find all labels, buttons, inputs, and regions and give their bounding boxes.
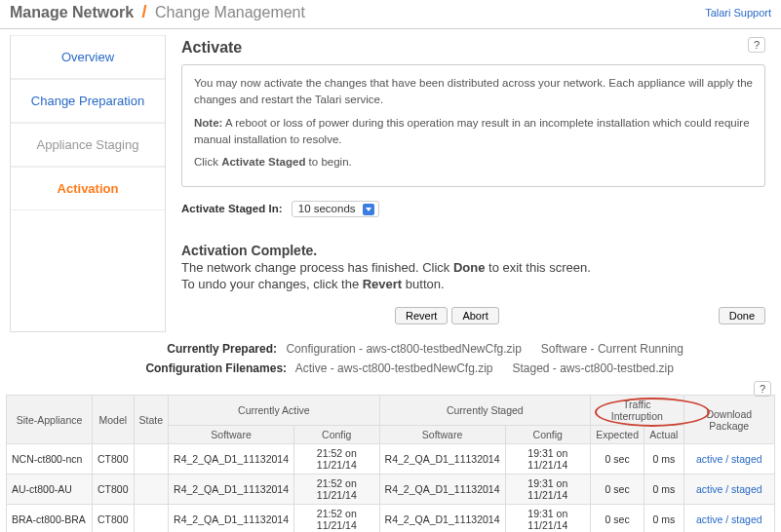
button-row: Revert Abort Done — [181, 303, 765, 332]
table-row: BRA-ct800-BRACT800R4_2_QA_D1_1113201421:… — [7, 505, 775, 532]
prepared-label: Currently Prepared: — [98, 342, 283, 356]
cell-staged-sw: R4_2_QA_D1_11132014 — [379, 444, 505, 475]
prepared-config: Configuration - aws-ct800-testbedNewCfg.… — [286, 342, 521, 356]
info-box: You may now activate the changes that ha… — [181, 64, 765, 187]
cell-active-sw: R4_2_QA_D1_11132014 — [169, 444, 294, 475]
download-link[interactable]: active / staged — [683, 444, 774, 475]
info-note: Note: A reboot or loss of power during t… — [194, 115, 753, 149]
tab-change-preparation[interactable]: Change Preparation — [11, 79, 165, 123]
done-button[interactable]: Done — [719, 307, 765, 324]
th-active-software[interactable]: Software — [169, 426, 294, 444]
status-block: Activation Complete. The network change … — [181, 243, 765, 291]
cell-actual: 0 ms — [644, 444, 683, 475]
filenames-active: Active - aws-ct800-testbedNewCfg.zip — [295, 361, 493, 375]
table-help-button[interactable]: ? — [754, 381, 771, 397]
cell-active-sw: R4_2_QA_D1_11132014 — [169, 505, 294, 532]
download-link[interactable]: active / staged — [683, 505, 774, 532]
cell-active-cfg: 21:52 on 11/21/14 — [294, 444, 380, 475]
content-pane: ? Activate You may now activate the chan… — [166, 29, 781, 332]
info-note-text: A reboot or loss of power during this op… — [194, 117, 750, 145]
prepared-software: Software - Current Running — [541, 342, 683, 356]
appliance-table-wrap: ? Site-Appliance Model State Currently A… — [0, 395, 781, 532]
cell-model: CT800 — [93, 475, 135, 505]
th-expected[interactable]: Expected — [591, 426, 644, 444]
activate-timer-select[interactable]: 10 seconds — [292, 201, 379, 217]
breadcrumb-root[interactable]: Manage Network — [10, 4, 134, 20]
th-staged-software[interactable]: Software — [379, 426, 505, 444]
cell-state — [134, 505, 169, 532]
activate-timer-label: Activate Staged In: — [181, 203, 283, 214]
download-link[interactable]: active / staged — [683, 475, 774, 505]
tab-overview[interactable]: Overview — [11, 35, 165, 79]
breadcrumb-current: Change Management — [155, 4, 305, 20]
top-bar: Manage Network / Change Management Talar… — [0, 0, 781, 29]
cell-expected: 0 sec — [591, 475, 644, 505]
abort-button[interactable]: Abort — [451, 307, 498, 324]
cell-staged-cfg: 19:31 on 11/21/14 — [505, 475, 591, 505]
cell-actual: 0 ms — [644, 505, 683, 532]
th-download[interactable]: Download Package — [683, 396, 774, 444]
cell-model: CT800 — [93, 505, 135, 532]
th-site[interactable]: Site-Appliance — [7, 396, 93, 444]
cell-staged-cfg: 19:31 on 11/21/14 — [505, 505, 591, 532]
cell-state — [134, 475, 169, 505]
cell-staged-sw: R4_2_QA_D1_11132014 — [379, 505, 505, 532]
status-line-1: The network change process has finished.… — [181, 260, 765, 275]
th-active-config[interactable]: Config — [294, 426, 380, 444]
sidebar: Overview Change Preparation Appliance St… — [10, 35, 166, 332]
cell-actual: 0 ms — [644, 475, 683, 505]
meta-info: Currently Prepared: Configuration - aws-… — [0, 332, 781, 395]
appliance-table: Site-Appliance Model State Currently Act… — [6, 395, 775, 532]
filenames-label: Configuration Filenames: — [107, 361, 293, 375]
cell-site: NCN-ct800-ncn — [7, 444, 93, 475]
chevron-down-icon — [363, 204, 374, 215]
page-title: Activate — [181, 39, 765, 57]
info-note-label: Note: — [194, 117, 222, 129]
cell-model: CT800 — [93, 444, 135, 475]
help-button[interactable]: ? — [748, 37, 765, 53]
breadcrumb: Manage Network / Change Management — [10, 2, 305, 22]
support-link[interactable]: Talari Support — [705, 7, 771, 19]
th-actual[interactable]: Actual — [644, 426, 683, 444]
cell-expected: 0 sec — [591, 444, 644, 475]
info-text-3: Click Activate Staged to begin. — [194, 154, 753, 171]
status-line-2: To undo your changes, click the Revert b… — [181, 277, 765, 291]
activate-timer-row: Activate Staged In: 10 seconds — [181, 201, 765, 217]
cell-staged-sw: R4_2_QA_D1_11132014 — [379, 475, 505, 505]
tab-appliance-staging[interactable]: Appliance Staging — [11, 123, 165, 167]
cell-expected: 0 sec — [591, 505, 644, 532]
cell-active-cfg: 21:52 on 11/21/14 — [294, 475, 380, 505]
th-traffic-group: Traffic Interruption — [591, 396, 683, 426]
breadcrumb-separator-icon: / — [138, 2, 151, 21]
cell-site: AU-ct800-AU — [7, 475, 93, 505]
revert-button[interactable]: Revert — [395, 307, 448, 324]
filenames-staged: Staged - aws-ct800-testbed.zip — [513, 361, 674, 375]
main-area: Overview Change Preparation Appliance St… — [0, 29, 781, 332]
tab-activation[interactable]: Activation — [11, 167, 165, 210]
cell-active-cfg: 21:52 on 11/21/14 — [294, 505, 380, 532]
info-text-1: You may now activate the changes that ha… — [194, 75, 753, 109]
table-body: NCN-ct800-ncnCT800R4_2_QA_D1_1113201421:… — [7, 444, 775, 532]
th-staged-config[interactable]: Config — [505, 426, 591, 444]
th-model[interactable]: Model — [93, 396, 135, 444]
cell-state — [134, 444, 169, 475]
th-active-group: Currently Active — [169, 396, 380, 426]
cell-site: BRA-ct800-BRA — [7, 505, 93, 532]
activate-timer-value: 10 seconds — [298, 203, 356, 214]
th-state[interactable]: State — [134, 396, 169, 444]
table-row: NCN-ct800-ncnCT800R4_2_QA_D1_1113201421:… — [7, 444, 775, 475]
th-staged-group: Currently Staged — [379, 396, 591, 426]
status-title: Activation Complete. — [181, 243, 765, 258]
cell-active-sw: R4_2_QA_D1_11132014 — [169, 475, 294, 505]
cell-staged-cfg: 19:31 on 11/21/14 — [505, 444, 591, 475]
table-row: AU-ct800-AUCT800R4_2_QA_D1_1113201421:52… — [7, 475, 775, 505]
